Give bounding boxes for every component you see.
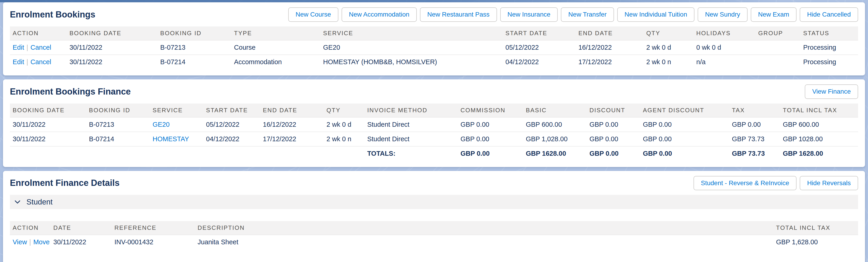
cell-discount: GBP 0.00 <box>587 117 640 132</box>
student-group-toggle[interactable]: Student <box>10 195 858 209</box>
cell-group <box>755 40 800 55</box>
cell-end-date: 16/12/2022 <box>260 117 324 132</box>
cell-empty <box>10 146 86 161</box>
new-sundry-button[interactable]: New Sundry <box>698 7 748 22</box>
col-basic: BASIC <box>523 104 587 117</box>
col-start-date: START DATE <box>203 104 260 117</box>
view-finance-button[interactable]: View Finance <box>805 84 858 99</box>
totals-total-incl-tax: GBP 1628.00 <box>780 146 858 161</box>
cell-actions: Edit|Cancel <box>10 40 67 55</box>
enrolment-bookings-header: Enrolment Bookings New Course New Accomm… <box>10 7 858 22</box>
details-header-row: ACTION DATE REFERENCE DESCRIPTION TOTAL … <box>10 221 858 235</box>
col-qty: QTY <box>643 26 693 40</box>
finance-header-row: BOOKING DATE BOOKING ID SERVICE START DA… <box>10 104 858 117</box>
cell-date: 30/11/2022 <box>51 235 112 249</box>
new-exam-button[interactable]: New Exam <box>751 7 797 22</box>
cell-start-date: 05/12/2022 <box>503 40 576 55</box>
cell-start-date: 04/12/2022 <box>503 55 576 69</box>
details-table: ACTION DATE REFERENCE DESCRIPTION TOTAL … <box>10 221 858 249</box>
edit-link[interactable]: Edit <box>13 44 24 51</box>
cell-holidays: n/a <box>693 55 755 69</box>
cell-reference: INV-0001432 <box>112 235 195 249</box>
col-qty: QTY <box>324 104 364 117</box>
table-row: Edit|Cancel 30/11/2022 B-07214 Accommoda… <box>10 55 858 69</box>
cancel-link[interactable]: Cancel <box>31 58 51 65</box>
col-discount: DISCOUNT <box>587 104 640 117</box>
cell-invoice-method: Student Direct <box>364 132 458 146</box>
chevron-down-icon[interactable] <box>14 199 21 205</box>
cell-commission: GBP 0.00 <box>458 132 523 146</box>
service-link[interactable]: GE20 <box>153 121 169 128</box>
cell-booking-date: 30/11/2022 <box>67 55 157 69</box>
col-reference: REFERENCE <box>112 221 195 235</box>
new-course-button[interactable]: New Course <box>288 7 338 22</box>
cell-booking-id: B-07214 <box>86 132 150 146</box>
cell-qty: 2 wk 0 d <box>643 40 693 55</box>
new-restaurant-pass-button[interactable]: New Restaurant Pass <box>420 7 497 22</box>
new-accommodation-button[interactable]: New Accommodation <box>342 7 417 22</box>
cancel-link[interactable]: Cancel <box>31 44 51 51</box>
cell-tax: GBP 0.00 <box>729 117 780 132</box>
col-total-incl-tax: TOTAL INCL TAX <box>773 221 858 235</box>
col-booking-date: BOOKING DATE <box>10 104 86 117</box>
service-link[interactable]: HOMESTAY <box>153 135 189 143</box>
cell-start-date: 04/12/2022 <box>203 132 260 146</box>
details-buttons: Student - Reverse & ReInvoice Hide Rever… <box>693 176 858 191</box>
col-commission: COMMISSION <box>458 104 523 117</box>
col-type: TYPE <box>231 26 320 40</box>
totals-commission: GBP 0.00 <box>458 146 523 161</box>
enrolment-bookings-finance-card: Enrolment Bookings Finance View Finance … <box>3 79 865 167</box>
col-booking-date: BOOKING DATE <box>67 26 157 40</box>
new-individual-tuition-button[interactable]: New Individual Tuition <box>617 7 694 22</box>
cell-actions: Edit|Cancel <box>10 55 67 69</box>
cell-total-incl-tax: GBP 1,628.00 <box>773 235 858 249</box>
col-service: SERVICE <box>150 104 203 117</box>
hide-cancelled-button[interactable]: Hide Cancelled <box>800 7 858 22</box>
col-action: ACTION <box>10 221 51 235</box>
cell-booking-date: 30/11/2022 <box>10 117 86 132</box>
cell-empty <box>203 146 260 161</box>
new-insurance-button[interactable]: New Insurance <box>500 7 558 22</box>
cell-qty: 2 wk 0 n <box>643 55 693 69</box>
edit-link[interactable]: Edit <box>13 58 24 65</box>
view-link[interactable]: View <box>13 238 27 246</box>
cell-basic: GBP 1,028.00 <box>523 132 587 146</box>
cell-agent-discount: GBP 0.00 <box>640 117 729 132</box>
cell-booking-id: B-07213 <box>157 40 231 55</box>
totals-row: TOTALS: GBP 0.00 GBP 1628.00 GBP 0.00 GB… <box>10 146 858 161</box>
col-agent-discount: AGENT DISCOUNT <box>640 104 729 117</box>
col-end-date: END DATE <box>576 26 643 40</box>
new-transfer-button[interactable]: New Transfer <box>561 7 614 22</box>
hide-reversals-button[interactable]: Hide Reversals <box>800 176 858 191</box>
cell-booking-id: B-07214 <box>157 55 231 69</box>
totals-tax: GBP 73.73 <box>729 146 780 161</box>
move-link[interactable]: Move <box>33 238 50 246</box>
finance-buttons: View Finance <box>805 84 858 99</box>
totals-basic: GBP 1628.00 <box>523 146 587 161</box>
table-row: 30/11/2022 B-07214 HOMESTAY 04/12/2022 1… <box>10 132 858 146</box>
col-start-date: START DATE <box>503 26 576 40</box>
cell-group <box>755 55 800 69</box>
bookings-table: ACTION BOOKING DATE BOOKING ID TYPE SERV… <box>10 26 858 69</box>
action-separator: | <box>27 238 33 246</box>
cell-booking-id: B-07213 <box>86 117 150 132</box>
cell-status: Processing <box>800 40 858 55</box>
enrolment-finance-details-card: Enrolment Finance Details Student - Reve… <box>3 171 865 262</box>
cell-empty <box>86 146 150 161</box>
finance-header: Enrolment Bookings Finance View Finance <box>10 84 858 99</box>
cell-service: HOMESTAY (HOMB&B, HOMSILVER) <box>320 55 503 69</box>
student-reverse-reinvoice-button[interactable]: Student - Reverse & ReInvoice <box>693 176 797 191</box>
cell-end-date: 16/12/2022 <box>576 40 643 55</box>
cell-service: HOMESTAY <box>150 132 203 146</box>
page: Enrolment Bookings New Course New Accomm… <box>0 0 868 262</box>
col-description: DESCRIPTION <box>195 221 773 235</box>
finance-table: BOOKING DATE BOOKING ID SERVICE START DA… <box>10 104 858 161</box>
col-tax: TAX <box>729 104 780 117</box>
cell-tax: GBP 73.73 <box>729 132 780 146</box>
cell-agent-discount: GBP 0.00 <box>640 132 729 146</box>
cell-commission: GBP 0.00 <box>458 117 523 132</box>
col-holidays: HOLIDAYS <box>693 26 755 40</box>
enrolment-bookings-title: Enrolment Bookings <box>10 10 95 20</box>
col-end-date: END DATE <box>260 104 324 117</box>
cell-empty <box>150 146 203 161</box>
